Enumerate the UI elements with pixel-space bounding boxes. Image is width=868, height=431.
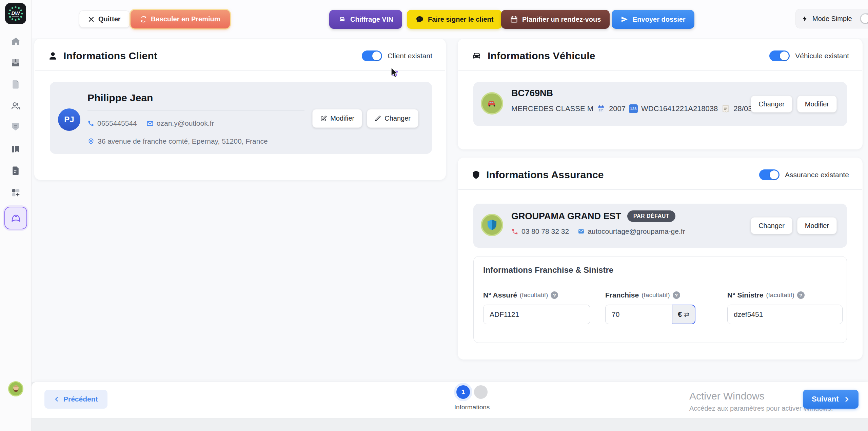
insurance-existing-toggle[interactable] [759, 169, 780, 180]
client-card-header: Informations Client Client existant [34, 39, 446, 70]
insurance-change-button[interactable]: Changer [751, 217, 792, 234]
vehicle-existing-toggle[interactable] [769, 50, 790, 61]
vehicle-modify-label: Modifier [805, 100, 829, 108]
vehicle-change-label: Changer [758, 100, 785, 108]
sidebar-item-apps[interactable] [9, 186, 22, 199]
sidebar-item-inbox[interactable] [9, 57, 22, 69]
toggle-knob [372, 52, 381, 60]
client-modify-button[interactable]: Modifier [312, 109, 362, 128]
help-icon[interactable]: ? [673, 291, 680, 299]
insured-number-label: N° Assuré [483, 291, 517, 299]
client-contact-row: 0655445544 ozan.y@outlook.fr [87, 119, 214, 127]
topbar: Quitter Basculer en Premium Chiffrage VI… [32, 0, 868, 38]
home-icon [11, 36, 21, 46]
vehicle-windshield-icon [10, 212, 22, 224]
logo-dw-icon: DW [7, 5, 24, 22]
mode-simple-toggle[interactable] [860, 13, 868, 24]
quit-button[interactable]: Quitter [79, 11, 130, 28]
footer-bar: Précédent 1 Informations Activer Windows… [32, 382, 868, 418]
claim-number-hint: (facultatif) [766, 291, 794, 299]
send-file-button[interactable]: Envoyer dossier [612, 10, 694, 29]
vehicle-vin: WDC1641221A218038 [641, 104, 718, 113]
step-1-dot[interactable]: 1 [456, 385, 470, 399]
lightning-icon [802, 15, 808, 22]
insured-number-input[interactable] [483, 305, 590, 324]
insurance-modify-label: Modifier [805, 222, 829, 230]
sidebar-item-home[interactable] [9, 35, 22, 47]
blue-shield-icon [487, 219, 497, 231]
chevron-left-icon [54, 396, 59, 402]
vehicle-meta-row: MERCEDES CLASSE M 2007 123 WDC1641221A21… [511, 104, 771, 113]
client-existing-toggle[interactable] [362, 50, 382, 61]
sidebar-item-vehicle-active[interactable] [4, 207, 27, 229]
previous-label: Précédent [63, 395, 98, 403]
close-icon [88, 16, 94, 22]
franchise-input[interactable] [605, 305, 672, 324]
insured-number-hint: (facultatif) [520, 291, 548, 299]
insurance-modify-button[interactable]: Modifier [797, 217, 837, 234]
divider [483, 283, 837, 283]
client-phone: 0655445544 [97, 119, 137, 127]
claim-number-input[interactable] [727, 305, 843, 324]
client-sign-button[interactable]: Faire signer le client [407, 10, 502, 29]
vehicle-info-card: Informations Véhicule Véhicule existant … [458, 39, 863, 149]
user-avatar-face-icon [10, 383, 22, 395]
sidebar-item-badge[interactable] [9, 121, 22, 133]
vin-digits-icon: 123 [629, 104, 638, 113]
sidebar-item-clients[interactable] [9, 100, 22, 112]
franchise-claim-panel: Informations Franchise & Sinistre N° Ass… [473, 256, 847, 343]
insurance-email: autocourtage@groupama-ge.fr [588, 227, 685, 235]
help-icon[interactable]: ? [551, 291, 558, 299]
report-icon [11, 166, 21, 176]
quit-label: Quitter [98, 15, 121, 23]
insured-number-field: N° Assuré (facultatif) ? [483, 291, 590, 324]
sidebar-item-reports[interactable] [9, 165, 22, 177]
blue-mail-icon [578, 228, 585, 235]
divider [87, 110, 304, 111]
help-icon[interactable]: ? [797, 291, 805, 299]
vin-pricing-button[interactable]: Chiffrage VIN [329, 10, 402, 29]
insurance-change-label: Changer [758, 222, 785, 230]
currency-swap-button[interactable]: € ⇄ [672, 305, 695, 324]
car-icon [471, 50, 482, 61]
vehicle-change-button[interactable]: Changer [751, 96, 792, 112]
sidebar-item-bookmarks[interactable] [9, 143, 22, 155]
mode-simple-container: Mode Simple [795, 9, 868, 28]
client-change-button[interactable]: Changer [367, 109, 418, 128]
shield-icon [471, 170, 481, 180]
client-avatar: PJ [58, 108, 80, 131]
toggle-knob [861, 14, 868, 23]
sidebar-item-files[interactable] [9, 78, 22, 90]
client-initials: PJ [64, 115, 74, 124]
red-car-icon [486, 98, 498, 109]
file-icon [11, 79, 21, 89]
step-2-dot[interactable] [474, 385, 488, 399]
paper-plane-icon [620, 15, 629, 23]
premium-switch-button[interactable]: Basculer en Premium [131, 10, 230, 28]
claim-number-field: N° Sinistre (facultatif) ? [727, 291, 843, 324]
toggle-knob [770, 170, 778, 179]
users-icon [10, 101, 21, 111]
vehicle-modify-button[interactable]: Modifier [797, 96, 837, 112]
vehicle-year: 2007 [609, 104, 626, 113]
insurance-avatar [481, 214, 503, 236]
schedule-meeting-label: Planifier un rendez-vous [522, 16, 601, 23]
toggle-knob [780, 52, 789, 60]
client-change-label: Changer [384, 115, 411, 122]
schedule-meeting-button[interactable]: Planifier un rendez-vous [501, 10, 610, 29]
insurance-card-header: Informations Assurance Assurance existan… [458, 158, 863, 189]
next-button[interactable]: Suivant [803, 390, 859, 409]
franchise-hint: (facultatif) [642, 291, 670, 299]
calendar-icon [510, 15, 518, 23]
vin-pricing-label: Chiffrage VIN [350, 16, 393, 23]
user-avatar[interactable] [8, 381, 23, 396]
client-address-row: 36 avenue de franche comté, Epernay, 512… [87, 137, 268, 145]
divider [458, 189, 862, 190]
previous-button[interactable]: Précédent [44, 390, 107, 409]
app-logo[interactable]: DW [5, 3, 26, 24]
divider [458, 70, 862, 71]
client-info-card: Informations Client Client existant PJ P… [34, 39, 446, 180]
vehicle-model: MERCEDES CLASSE M [511, 104, 593, 113]
mode-simple-label: Mode Simple [812, 15, 852, 23]
insurance-summary-panel: GROUPAMA GRAND EST PAR DÉFAUT 03 80 78 3… [473, 204, 847, 248]
